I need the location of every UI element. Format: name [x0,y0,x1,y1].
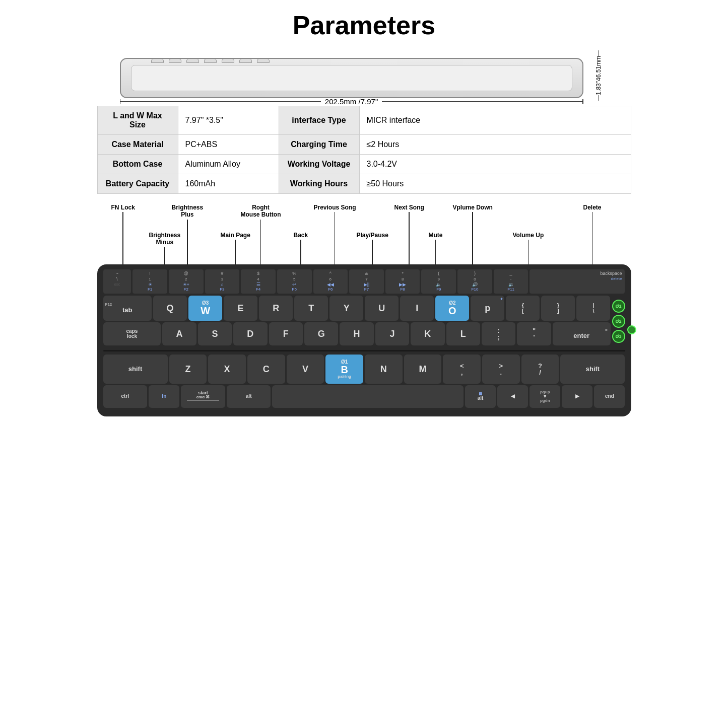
shift-row: shift Z X C V Ø1 B pairing N M < , > . ? [103,355,625,384]
key-a[interactable]: A [162,322,196,345]
key-n[interactable]: N [365,355,403,384]
ann-main-page: Main Page [221,232,250,264]
key-f3[interactable]: #3 ⌂ F3 [205,269,240,294]
keyboard-diagram-section: 202.5mm /7.97" 46.51mm 1.83" [117,50,611,106]
key-right-alt[interactable]: 🖬 alt [465,385,496,408]
key-open-bracket[interactable]: { [ [506,296,540,321]
key-f2[interactable]: @2 ☀+ F2 [169,269,204,294]
height-dimension-mm: 46.51mm [595,56,602,81]
key-enter[interactable]: = enter [553,322,611,345]
page-title: Parameters [97,10,631,40]
ann-back: Back [294,232,308,264]
key-pgup-pgdn[interactable]: pgup ▼ pgdn [530,385,560,408]
key-space[interactable] [272,385,464,408]
key-tab[interactable]: F12 tab [103,296,152,321]
key-right-shift[interactable]: shift [560,355,625,384]
key-f1[interactable]: !1 ☀ F1 [133,269,167,294]
key-t[interactable]: T [294,296,328,321]
key-semicolon[interactable]: : ; [482,322,515,345]
key-r[interactable]: R [259,296,293,321]
side-button-1[interactable]: Ø1 [612,300,625,313]
key-c[interactable]: C [247,355,285,384]
key-left-alt[interactable]: alt [227,385,271,408]
keyboard-main-keys: F12 tab Q Ø3 W E R T Y U I [103,296,611,347]
param-row-1: L and W Max Size 7.97" *3.5" interface T… [97,106,631,135]
key-start-cmd[interactable]: start cmd ⌘ [181,385,225,408]
param-label-1-1: L and W Max Size [97,106,178,135]
key-e[interactable]: E [224,296,257,321]
height-dimension-in: 1.83" [595,81,602,95]
key-z[interactable]: Z [169,355,207,384]
key-backslash[interactable]: | \ [576,296,610,321]
ann-prev-song: Previous Song [314,204,356,264]
param-value-3-2: 3.0-4.2V [359,155,631,174]
key-p[interactable]: + p [471,296,504,321]
param-label-3-1: Bottom Case [97,155,178,174]
key-f[interactable]: F [269,322,303,345]
param-value-3-1: Aluminum Alloy [178,155,279,174]
key-f9[interactable]: (9 🔈 F9 [421,269,456,294]
key-b[interactable]: Ø1 B pairing [325,355,363,384]
key-f11[interactable]: _- 🔉 F11 [494,269,528,294]
key-arrow-right[interactable]: ▶ [562,385,592,408]
key-backspace[interactable]: backspace delete [530,269,625,294]
key-f10[interactable]: )0 🔊 F10 [457,269,492,294]
keyboard-upper: ~\ esc !1 ☀ F1 @2 ☀+ F2 #3 ⌂ F3 $4 ☰ F4 [103,269,625,347]
annotation-area: FN Lock BrightnessPlus BrightnessMinus R… [97,204,631,264]
key-fn[interactable]: fn [149,385,179,408]
key-ctrl[interactable]: ctrl [103,385,148,408]
parameters-table: L and W Max Size 7.97" *3.5" interface T… [97,106,631,194]
power-button[interactable] [627,325,636,334]
key-j[interactable]: J [375,322,409,345]
param-row-3: Bottom Case Aluminum Alloy Working Volta… [97,155,631,174]
key-period[interactable]: > . [482,355,520,384]
ann-mute: Mute [429,232,443,264]
key-x[interactable]: X [208,355,246,384]
key-w[interactable]: Ø3 W [188,296,222,321]
key-g[interactable]: G [304,322,338,345]
side-buttons: Ø1 Ø2 Ø3 [612,296,625,347]
param-label-3-2: Working Voltage [279,155,359,174]
param-value-4-1: 160mAh [178,174,279,194]
key-end[interactable]: end [594,385,625,408]
key-slash[interactable]: ? / [521,355,559,384]
param-label-4-2: Working Hours [279,174,359,194]
key-k[interactable]: K [411,322,444,345]
fn-row: ~\ esc !1 ☀ F1 @2 ☀+ F2 #3 ⌂ F3 $4 ☰ F4 [103,269,625,294]
key-f6[interactable]: ^6 ◀◀ F6 [313,269,348,294]
key-comma[interactable]: < , [443,355,481,384]
key-d[interactable]: D [233,322,267,345]
key-v[interactable]: V [287,355,324,384]
key-quote[interactable]: " ' [517,322,551,345]
key-u[interactable]: U [365,296,399,321]
key-y[interactable]: Y [329,296,363,321]
key-s[interactable]: S [198,322,232,345]
keyboard-lower: shift Z X C V Ø1 B pairing N M < , > . ? [103,355,625,408]
key-q[interactable]: Q [153,296,187,321]
param-value-4-2: ≥50 Hours [359,174,631,194]
ann-next-song: Next Song [394,204,424,264]
key-i[interactable]: I [400,296,434,321]
bottom-row: ctrl fn start cmd ⌘ alt 🖬 alt ◀ pgup ▼ p… [103,385,625,408]
key-capslock[interactable]: capslock [103,322,161,345]
ann-fn-lock: FN Lock [111,204,135,264]
key-f5[interactable]: %5 ↩ F5 [277,269,312,294]
side-button-3[interactable]: Ø3 [612,330,625,343]
param-value-1-2: MICR interface [359,106,631,135]
width-dimension: 202.5mm /7.97" [321,97,382,106]
key-left-shift[interactable]: shift [103,355,168,384]
key-h[interactable]: H [340,322,373,345]
ann-brightness-minus: BrightnessMinus [149,232,181,264]
key-f7[interactable]: &7 ▶|| F7 [349,269,384,294]
key-arrow-left[interactable]: ◀ [497,385,528,408]
key-f4[interactable]: $4 ☰ F4 [241,269,276,294]
key-f8[interactable]: *8 ▶▶ F8 [385,269,420,294]
key-tilde[interactable]: ~\ esc [103,269,131,294]
key-m[interactable]: M [404,355,442,384]
side-button-2[interactable]: Ø2 [612,315,625,328]
ann-play-pause: Play/Pause [357,232,388,264]
key-close-bracket[interactable]: } ] [541,296,575,321]
key-l[interactable]: L [446,322,480,345]
keyboard-separator [103,350,625,351]
key-o[interactable]: Ø2 O [435,296,469,321]
